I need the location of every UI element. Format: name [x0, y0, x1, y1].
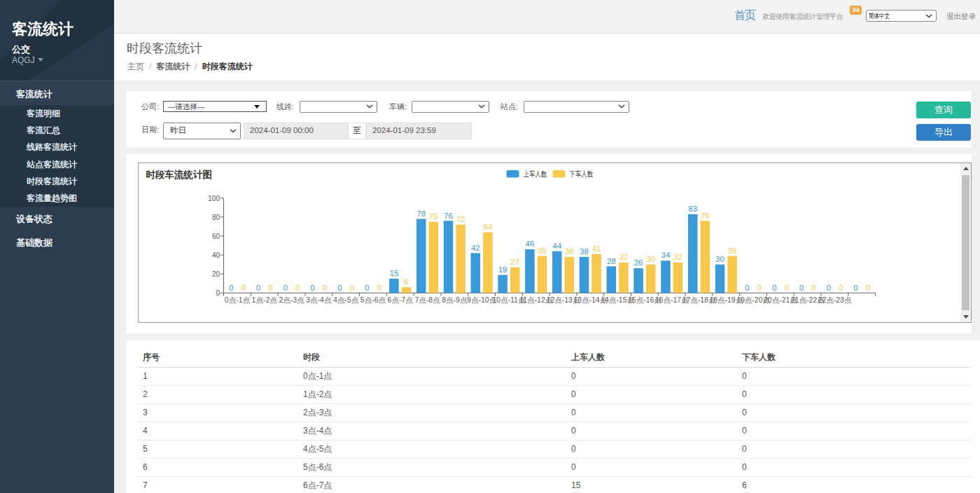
svg-text:6: 6: [404, 277, 408, 286]
svg-text:3点-4点: 3点-4点: [306, 296, 332, 304]
svg-text:19: 19: [498, 265, 507, 274]
svg-text:38: 38: [565, 247, 574, 256]
svg-text:27: 27: [510, 258, 519, 266]
svg-text:0点-1点: 0点-1点: [225, 296, 251, 304]
svg-text:0: 0: [757, 284, 762, 292]
svg-text:2点-3点: 2点-3点: [279, 296, 304, 304]
svg-text:30: 30: [715, 255, 724, 263]
svg-text:44: 44: [552, 242, 561, 250]
svg-text:0: 0: [866, 284, 870, 292]
svg-text:上车人数: 上车人数: [524, 169, 547, 178]
svg-text:76: 76: [444, 211, 453, 220]
svg-text:0: 0: [839, 284, 843, 292]
svg-text:0: 0: [310, 284, 314, 292]
svg-text:0: 0: [772, 284, 776, 292]
svg-text:下车人数: 下车人数: [569, 169, 594, 178]
svg-text:6点-7点: 6点-7点: [388, 296, 414, 304]
svg-text:0: 0: [229, 284, 233, 292]
svg-text:时段车流统计图: 时段车流统计图: [146, 169, 212, 180]
svg-text:20: 20: [212, 270, 220, 278]
svg-text:0: 0: [365, 284, 369, 292]
svg-text:0: 0: [241, 284, 245, 292]
svg-text:0: 0: [745, 284, 749, 292]
svg-text:34: 34: [662, 251, 671, 259]
svg-text:0: 0: [268, 284, 272, 292]
svg-text:78: 78: [416, 209, 426, 218]
svg-text:4点-5点: 4点-5点: [333, 296, 359, 304]
svg-text:30: 30: [646, 255, 655, 263]
svg-text:0: 0: [350, 284, 354, 292]
svg-text:75: 75: [429, 212, 438, 221]
svg-text:32: 32: [620, 253, 629, 261]
svg-text:0: 0: [853, 284, 858, 292]
svg-text:41: 41: [592, 244, 601, 253]
svg-text:1点-2点: 1点-2点: [252, 296, 278, 304]
svg-text:0: 0: [337, 284, 342, 292]
svg-text:0: 0: [784, 284, 788, 292]
svg-text:7点-8点: 7点-8点: [414, 296, 440, 304]
svg-text:72: 72: [456, 215, 465, 223]
svg-text:80: 80: [212, 214, 220, 221]
svg-text:60: 60: [212, 232, 220, 240]
svg-text:0: 0: [216, 289, 220, 297]
svg-text:0: 0: [826, 284, 830, 292]
svg-text:76: 76: [701, 211, 710, 220]
svg-text:39: 39: [728, 246, 737, 255]
svg-text:0: 0: [283, 284, 287, 292]
svg-text:38: 38: [580, 247, 589, 256]
svg-text:0: 0: [799, 284, 804, 292]
svg-text:64: 64: [484, 223, 493, 231]
svg-text:26: 26: [634, 258, 643, 267]
svg-text:0: 0: [377, 284, 381, 292]
svg-text:0: 0: [256, 284, 260, 292]
svg-text:100: 100: [208, 195, 220, 202]
svg-text:8点-9点: 8点-9点: [442, 296, 468, 304]
svg-text:42: 42: [471, 244, 480, 252]
svg-text:39: 39: [538, 246, 547, 255]
svg-text:32: 32: [673, 253, 682, 261]
svg-text:15: 15: [390, 269, 399, 277]
svg-text:5点-6点: 5点-6点: [360, 296, 386, 304]
svg-text:0: 0: [295, 284, 300, 292]
svg-text:0: 0: [323, 284, 327, 292]
svg-text:46: 46: [526, 239, 535, 248]
svg-text:0: 0: [811, 284, 816, 292]
svg-text:83: 83: [688, 204, 697, 213]
svg-text:28: 28: [607, 257, 616, 265]
svg-text:22点-23点: 22点-23点: [818, 296, 852, 304]
svg-text:40: 40: [212, 251, 220, 259]
